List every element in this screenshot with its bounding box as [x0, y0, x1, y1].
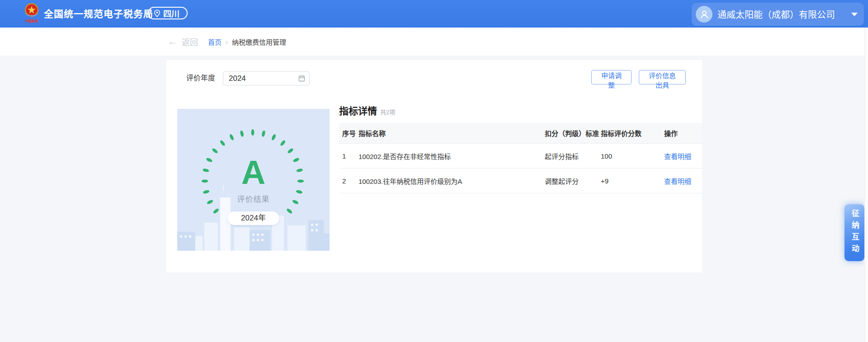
- indicator-table: 序号 指标名称 扣分（判级）标准 指标评价分数 操作 1 100202.是否存在…: [339, 123, 702, 193]
- back-arrow-icon: ←: [168, 37, 178, 47]
- col-header-standard: 扣分（判级）标准: [545, 128, 601, 138]
- table-row: 1 100202.是否存在非经常性指标 起评分指标 100 查看明细: [339, 144, 702, 169]
- cell-standard: 起评分指标: [545, 151, 601, 161]
- back-button[interactable]: ← 返回: [168, 28, 198, 56]
- cell-name: 100203.往年纳税信用评价级别为A: [359, 176, 545, 186]
- issue-evaluation-info-button[interactable]: 评价信息出具: [639, 70, 686, 84]
- company-name: 通威太阳能（成都）有限公司: [717, 8, 849, 21]
- details-title: 指标详情: [339, 103, 377, 117]
- col-header-name: 指标名称: [359, 128, 545, 138]
- breadcrumb-separator: ›: [226, 38, 228, 46]
- chevron-down-icon: [851, 13, 858, 16]
- cell-name: 100202.是否存在非经常性指标: [359, 151, 545, 161]
- indicator-details-section: 指标详情 共2项 序号 指标名称 扣分（判级）标准 指标评价分数 操作 1 10…: [339, 103, 702, 193]
- view-detail-link[interactable]: 查看明细: [664, 153, 691, 160]
- details-count: 共2项: [380, 108, 395, 116]
- col-header-action: 操作: [664, 128, 702, 138]
- tax-interaction-tab[interactable]: 征纳互动: [844, 204, 864, 261]
- scrollbar[interactable]: [864, 28, 868, 342]
- calendar-icon[interactable]: [298, 75, 305, 82]
- apply-adjustment-button[interactable]: 申请调整: [591, 70, 632, 84]
- evaluation-year-input[interactable]: [223, 71, 310, 85]
- page: 中国税务 全国统一规范电子税务局 四川 通威太阳能（成都）有限公司 ← 返回: [0, 0, 868, 342]
- location-label: 四川: [163, 7, 179, 19]
- breadcrumb-bar: ← 返回 首页 › 纳税缴费信用管理: [0, 28, 868, 56]
- cell-no: 2: [342, 177, 359, 185]
- evaluation-year-field: [223, 71, 310, 85]
- cell-score: 100: [601, 152, 664, 160]
- evaluation-result-panel: A 评价结果 2024年: [177, 109, 330, 251]
- breadcrumb: 首页 › 纳税缴费信用管理: [208, 28, 286, 56]
- credit-management-card: 评价年度 申请调整 评价信息出具: [166, 60, 702, 272]
- user-menu[interactable]: 通威太阳能（成都）有限公司: [692, 3, 864, 26]
- col-header-score: 指标评价分数: [601, 128, 664, 138]
- emblem-label: 中国税务: [25, 19, 38, 23]
- col-header-no: 序号: [342, 128, 359, 138]
- result-label: 评价结果: [177, 193, 330, 204]
- location-pin-icon: [153, 9, 161, 17]
- credit-grade: A: [177, 156, 330, 189]
- cell-score: +9: [601, 177, 664, 185]
- back-label: 返回: [182, 36, 198, 47]
- avatar: [696, 6, 712, 23]
- table-row: 2 100203.往年纳税信用评价级别为A 调整起评分 +9 查看明细: [339, 169, 702, 193]
- result-year-pill: 2024年: [227, 211, 279, 225]
- cell-no: 1: [342, 152, 359, 160]
- cell-standard: 调整起评分: [545, 176, 601, 186]
- user-icon: [699, 9, 709, 19]
- breadcrumb-current: 纳税缴费信用管理: [232, 37, 286, 47]
- evaluation-year-label: 评价年度: [186, 71, 215, 85]
- location-badge[interactable]: 四川: [148, 7, 188, 19]
- app-title: 全国统一规范电子税务局: [44, 0, 153, 28]
- view-detail-link[interactable]: 查看明细: [664, 178, 691, 185]
- breadcrumb-home-link[interactable]: 首页: [208, 37, 222, 47]
- table-header-row: 序号 指标名称 扣分（判级）标准 指标评价分数 操作: [339, 123, 702, 144]
- app-header: 中国税务 全国统一规范电子税务局 四川 通威太阳能（成都）有限公司: [0, 0, 868, 28]
- tax-emblem-icon: 中国税务: [24, 3, 39, 24]
- tax-interaction-label: 征纳互动: [844, 209, 864, 256]
